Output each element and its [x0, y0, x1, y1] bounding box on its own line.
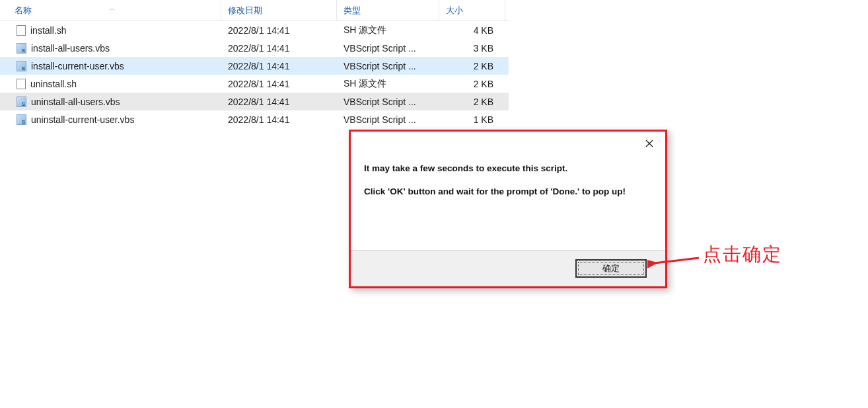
close-button[interactable] — [636, 134, 663, 153]
file-type: SH 源文件 — [337, 24, 439, 36]
file-row[interactable]: install-current-user.vbs2022/8/1 14:41VB… — [0, 57, 509, 75]
file-row[interactable]: install-all-users.vbs2022/8/1 14:41VBScr… — [0, 39, 509, 57]
script-dialog: It may take a few seconds to execute thi… — [349, 130, 667, 288]
file-name-cell: install.sh — [0, 25, 221, 36]
header-date[interactable]: 修改日期 — [221, 0, 337, 20]
dialog-body: It may take a few seconds to execute thi… — [351, 157, 665, 196]
close-icon — [645, 140, 653, 147]
file-type: VBScript Script ... — [337, 97, 439, 107]
file-size: 2 KB — [439, 79, 500, 89]
file-row[interactable]: install.sh2022/8/1 14:41SH 源文件4 KB — [0, 21, 509, 39]
file-name-label: uninstall.sh — [30, 79, 77, 89]
vbs-file-icon — [17, 61, 26, 71]
file-size: 2 KB — [439, 97, 500, 107]
header-name[interactable]: 名称 ︿ — [0, 0, 221, 20]
sort-caret-icon: ︿ — [109, 4, 116, 13]
file-name-cell: install-all-users.vbs — [0, 43, 221, 54]
file-name-label: uninstall-all-users.vbs — [31, 97, 120, 107]
sh-file-icon — [17, 79, 26, 89]
header-size[interactable]: 大小 — [439, 0, 505, 20]
file-date: 2022/8/1 14:41 — [221, 97, 337, 107]
vbs-file-icon — [17, 43, 26, 54]
file-name-label: install-current-user.vbs — [31, 61, 124, 71]
vbs-file-icon — [17, 114, 26, 125]
ok-button[interactable]: 确定 — [575, 259, 647, 278]
header-type-label: 类型 — [344, 5, 361, 17]
file-list: install.sh2022/8/1 14:41SH 源文件4 KBinstal… — [0, 21, 509, 128]
file-type: VBScript Script ... — [337, 43, 439, 54]
header-date-label: 修改日期 — [228, 5, 262, 17]
file-date: 2022/8/1 14:41 — [221, 43, 337, 54]
file-row[interactable]: uninstall.sh2022/8/1 14:41SH 源文件2 KB — [0, 75, 509, 93]
file-explorer: 名称 ︿ 修改日期 类型 大小 install.sh2022/8/1 14:41… — [0, 0, 509, 128]
header-size-label: 大小 — [446, 5, 463, 17]
header-type[interactable]: 类型 — [337, 0, 439, 20]
annotation-text: 点击确定 — [703, 242, 782, 267]
file-name-label: uninstall-current-user.vbs — [31, 114, 134, 125]
file-size: 4 KB — [439, 25, 500, 36]
dialog-footer: 确定 — [351, 250, 665, 286]
file-type: SH 源文件 — [337, 78, 439, 90]
dialog-text-2: Click 'OK' button and wait for the promp… — [364, 186, 652, 196]
file-name-cell: install-current-user.vbs — [0, 61, 221, 71]
file-type: VBScript Script ... — [337, 114, 439, 125]
file-type: VBScript Script ... — [337, 61, 439, 71]
file-name-cell: uninstall-all-users.vbs — [0, 97, 221, 107]
header-name-label: 名称 — [15, 5, 32, 17]
file-date: 2022/8/1 14:41 — [221, 25, 337, 36]
file-name-label: install-all-users.vbs — [31, 43, 110, 54]
file-row[interactable]: uninstall-all-users.vbs2022/8/1 14:41VBS… — [0, 93, 509, 110]
file-size: 1 KB — [439, 114, 500, 125]
file-date: 2022/8/1 14:41 — [221, 61, 337, 71]
vbs-file-icon — [17, 97, 26, 107]
dialog-text-1: It may take a few seconds to execute thi… — [364, 163, 652, 173]
file-date: 2022/8/1 14:41 — [221, 114, 337, 125]
file-size: 3 KB — [439, 43, 500, 54]
column-headers: 名称 ︿ 修改日期 类型 大小 — [0, 0, 509, 21]
file-size: 2 KB — [439, 61, 500, 71]
file-date: 2022/8/1 14:41 — [221, 79, 337, 89]
sh-file-icon — [17, 25, 26, 36]
file-name-cell: uninstall.sh — [0, 79, 221, 89]
file-row[interactable]: uninstall-current-user.vbs2022/8/1 14:41… — [0, 110, 509, 128]
file-name-cell: uninstall-current-user.vbs — [0, 114, 221, 125]
dialog-titlebar — [351, 132, 665, 157]
file-name-label: install.sh — [30, 25, 66, 36]
